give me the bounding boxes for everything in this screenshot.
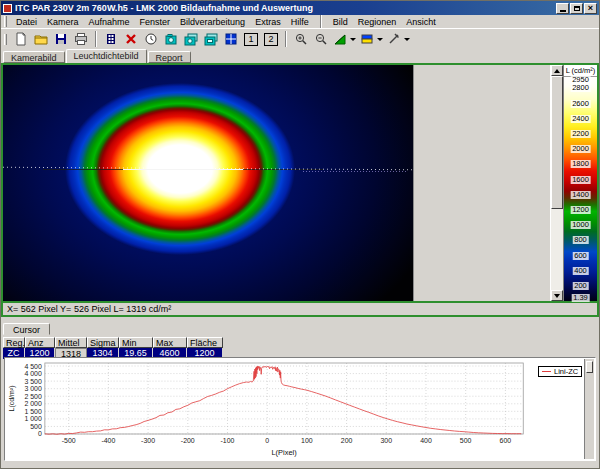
title-bar[interactable]: ITC PAR 230V 2m 760W.h5 - LMK 2000 Bilda… [1, 1, 599, 15]
col-mittel[interactable]: Mittel [55, 337, 87, 348]
svg-text:500: 500 [30, 423, 42, 430]
copy-image-stack-button[interactable] [201, 30, 221, 48]
col-max[interactable]: Max [153, 337, 187, 348]
copy-image-icon [164, 32, 178, 46]
luminance-image[interactable] [3, 65, 413, 301]
svg-text:-100: -100 [221, 437, 235, 444]
toolbar-drag-handle[interactable] [4, 34, 7, 45]
zoom-in-button[interactable] [291, 30, 311, 48]
app-icon [3, 4, 12, 13]
scale-tick: 2400 [570, 115, 591, 123]
palette-dropdown-button[interactable] [358, 30, 385, 48]
svg-text:-400: -400 [101, 437, 115, 444]
menu-extras[interactable]: Extras [250, 16, 286, 28]
image-viewport-filler [413, 65, 550, 301]
capture-time-icon [144, 32, 158, 46]
close-button[interactable]: × [584, 3, 597, 14]
col-flaeche[interactable]: Fläche [187, 337, 223, 348]
svg-text:200: 200 [341, 437, 353, 444]
table-header-row: Reg. Anz Mittel Sigma Min Max Fläche [3, 337, 599, 348]
minimize-button[interactable] [556, 3, 569, 14]
menu-bildverarbeitung[interactable]: Bildverarbeitung [175, 16, 250, 28]
profile-line-speckle [303, 171, 408, 172]
scroll-down-button[interactable] [551, 290, 563, 301]
tile-windows-button[interactable] [221, 30, 241, 48]
scale-tick: 200 [572, 282, 589, 290]
luminance-panel: L (cd/m²) 2950 2800 2600 2400 2200 2000 … [1, 63, 599, 317]
tab-cursor[interactable]: Cursor [3, 323, 50, 335]
col-min[interactable]: Min [119, 337, 153, 348]
minimize-icon [560, 10, 566, 12]
svg-text:-500: -500 [62, 437, 76, 444]
toolbar-drag-handle[interactable] [4, 16, 7, 27]
tab-kamerabild[interactable]: Kamerabild [3, 51, 65, 63]
menu-kamera[interactable]: Kamera [42, 16, 84, 28]
color-scale: L (cd/m²) 2950 2800 2600 2400 2200 2000 … [563, 65, 597, 301]
capture-image-button[interactable] [101, 30, 121, 48]
cancel-capture-button[interactable] [121, 30, 141, 48]
copy-image-cascade-button[interactable] [181, 30, 201, 48]
svg-text:2 000: 2 000 [24, 400, 42, 407]
chart-scrollbar-thumb[interactable] [586, 361, 593, 373]
zoom-out-icon [314, 32, 328, 46]
tab-leuchtdichtebild[interactable]: Leuchtdichtebild [66, 49, 147, 63]
image-vertical-scrollbar[interactable] [550, 65, 563, 301]
scaling-dropdown-button[interactable] [331, 30, 358, 48]
scale-tick: 800 [572, 236, 589, 244]
copy-image-button[interactable] [161, 30, 181, 48]
svg-text:3 000: 3 000 [24, 385, 42, 392]
palette-icon [360, 32, 374, 46]
view-2-button[interactable]: 2 [261, 30, 281, 48]
col-anz[interactable]: Anz [25, 337, 55, 348]
menu-group-divider [320, 15, 322, 28]
menu-regionen[interactable]: Regionen [353, 16, 402, 28]
copy-image-stack-icon [204, 32, 218, 46]
open-file-button[interactable] [31, 30, 51, 48]
print-button[interactable] [71, 30, 91, 48]
new-document-button[interactable] [11, 30, 31, 48]
svg-text:300: 300 [380, 437, 392, 444]
menu-aufnahme[interactable]: Aufnahme [84, 16, 135, 28]
menu-bild[interactable]: Bild [328, 16, 353, 28]
save-button[interactable] [51, 30, 71, 48]
svg-text:-300: -300 [141, 437, 155, 444]
view-1-button[interactable]: 1 [241, 30, 261, 48]
restore-button[interactable] [570, 3, 583, 14]
tab-report[interactable]: Report [148, 51, 191, 63]
measure-tool-dropdown-button[interactable] [385, 30, 412, 48]
menu-fenster[interactable]: Fenster [135, 16, 176, 28]
svg-text:0: 0 [38, 430, 42, 437]
legend-label: Lini-ZC [554, 367, 578, 376]
scroll-up-button[interactable] [551, 65, 563, 76]
menu-ansicht[interactable]: Ansicht [401, 16, 441, 28]
menu-hilfe[interactable]: Hilfe [286, 16, 314, 28]
capture-image-icon [104, 32, 118, 46]
svg-text:500: 500 [460, 437, 472, 444]
profile-line-core [123, 169, 243, 170]
toolbar-separator [285, 31, 287, 47]
scale-tick: 2200 [570, 130, 591, 138]
color-scale-gradient: 2950 2800 2600 2400 2200 2000 1800 1600 … [564, 77, 597, 301]
menu-datei[interactable]: Datei [11, 16, 42, 28]
svg-text:3 500: 3 500 [24, 378, 42, 385]
svg-text:4 000: 4 000 [24, 370, 42, 377]
svg-text:400: 400 [420, 437, 432, 444]
zoom-out-button[interactable] [311, 30, 331, 48]
timed-capture-button[interactable] [141, 30, 161, 48]
scale-tick: 1000 [570, 221, 591, 229]
cursor-position-readout: X= 562 Pixel Y= 526 Pixel L= 1319 cd/m² [7, 304, 171, 314]
cursor-section: Cursor Reg. Anz Mittel Sigma Min Max Flä… [1, 317, 599, 355]
col-reg[interactable]: Reg. [3, 337, 25, 348]
profile-chart-panel: 05001 0001 5002 0002 5003 0003 5004 0004… [4, 357, 596, 461]
chart-scrollbar[interactable] [584, 359, 594, 459]
scale-tick: 1.39 [571, 294, 590, 302]
scrollbar-thumb[interactable] [551, 76, 563, 209]
new-document-icon [14, 32, 28, 46]
col-sigma[interactable]: Sigma [87, 337, 119, 348]
main-toolbar: 1 2 [1, 29, 599, 49]
print-icon [74, 32, 88, 46]
scale-tick: 600 [572, 252, 589, 260]
svg-text:600: 600 [500, 437, 512, 444]
profile-chart: 05001 0001 5002 0002 5003 0003 5004 0004… [5, 358, 595, 460]
scrollbar-track[interactable] [551, 76, 563, 290]
